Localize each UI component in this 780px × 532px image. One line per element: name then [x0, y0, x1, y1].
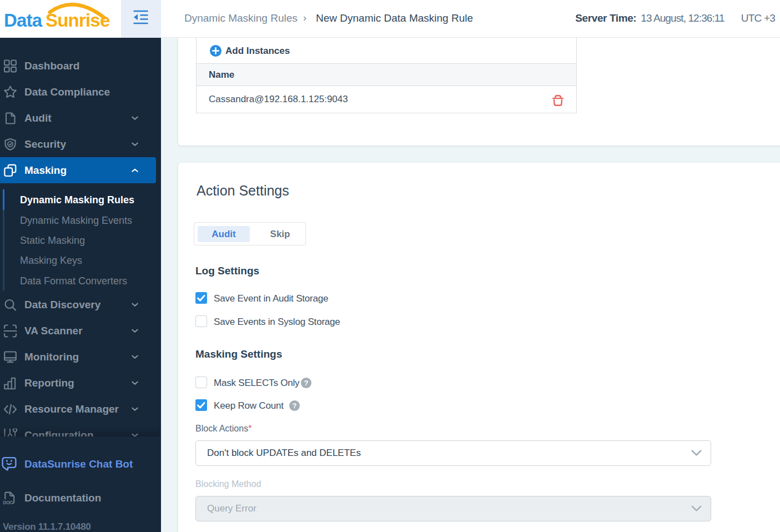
svg-text:Data: Data [4, 10, 43, 31]
svg-text:DOC: DOC [3, 500, 13, 505]
